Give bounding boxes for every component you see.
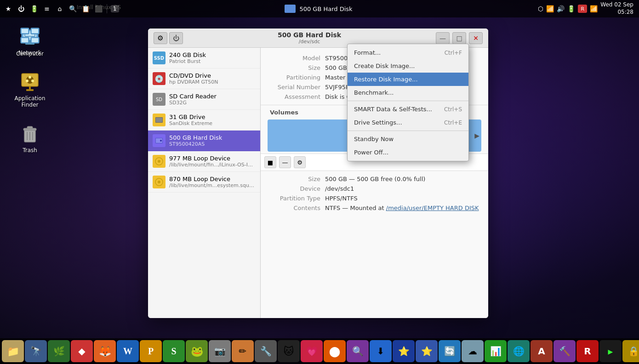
signal-icon[interactable]: 📶 <box>590 5 598 12</box>
size-label: Size <box>270 64 325 71</box>
window-subtitle: /dev/sdc <box>299 39 320 45</box>
close-button[interactable]: ✕ <box>469 32 483 44</box>
taskbar-search[interactable]: 🔍 <box>347 340 369 362</box>
drive31-icon <box>153 114 165 126</box>
taskbar-cat[interactable]: 🐱 <box>278 340 300 362</box>
menu-smart[interactable]: SMART Data & Self-Tests... Ctrl+S <box>348 102 468 116</box>
taskbar-cloud[interactable]: ☁ <box>462 340 484 362</box>
bluetooth-icon[interactable]: ⬡ <box>538 5 543 12</box>
taskbar-wps-s[interactable]: S <box>163 340 185 362</box>
menu-format[interactable]: Format... Ctrl+F <box>348 46 468 59</box>
home-icon[interactable]: ⌂ <box>55 4 64 13</box>
taskbar-star2[interactable]: ⭐ <box>416 340 438 362</box>
appfinder-icon <box>18 70 42 94</box>
sd-icon: SD <box>153 93 165 106</box>
menu-icon[interactable]: ≡ <box>42 4 51 13</box>
settings-button[interactable]: ⚙ <box>294 156 306 168</box>
redapp-icon[interactable]: R <box>578 5 587 13</box>
menu-drive-settings[interactable]: Drive Settings... Ctrl+E <box>348 116 468 129</box>
cddvd-name: CD/DVD Drive <box>169 72 256 79</box>
sidebar-item-loop870[interactable]: 870 MB Loop Device /lib/live/mount/m...e… <box>148 172 260 193</box>
taskbar-green[interactable]: 🌿 <box>48 340 70 362</box>
assessment-label: Assessment <box>270 93 325 100</box>
taskbar-files[interactable]: 📁 <box>2 340 24 362</box>
battery-status-icon[interactable]: 🔋 <box>567 5 575 12</box>
network-icon <box>18 24 42 48</box>
taskbar-refresh[interactable]: 🔄 <box>439 340 461 362</box>
sidebar-item-cddvd[interactable]: 💿 CD/DVD Drive hp DVDRAM GT50N <box>148 68 260 89</box>
power-icon[interactable]: ⏻ <box>17 4 26 13</box>
window-title: 500 GB Hard Disk <box>278 31 341 39</box>
power-button[interactable]: ⏻ <box>169 32 183 44</box>
taskbar-health[interactable]: 💗 <box>301 340 323 362</box>
volume-icon[interactable]: 🔊 <box>557 5 565 12</box>
sidebar-item-loop977[interactable]: 977 MB Loop Device /lib/live/mount/fin..… <box>148 151 260 172</box>
contents-value: NTFS — Mounted at /media/user/EMPTY HARD… <box>325 205 479 211</box>
menu-benchmark-label: Benchmark... <box>354 89 394 96</box>
taskbar-firefox[interactable]: 🦊 <box>94 340 116 362</box>
topbar-window-title: 500 GB Hard Disk <box>299 6 352 12</box>
desktop-icon-trash[interactable]: Trash <box>9 122 51 154</box>
minimize-button[interactable]: — <box>436 32 450 44</box>
svg-point-35 <box>160 140 162 142</box>
topbar: ★ ⏻ 🔋 ≡ ⌂ 🔍 📋 ⬛ 1 500 GB Hard Disk ⬡ 📶 🔊… <box>0 0 639 17</box>
gear-button[interactable]: ⚙ <box>154 32 167 44</box>
partition-details: Size 500 GB — 500 GB free (0.0% full) De… <box>261 171 488 216</box>
trash-icon <box>18 122 42 146</box>
datetime-display: Wed 02 Sep 05:28 <box>600 1 633 16</box>
stop-button[interactable]: ■ <box>264 156 276 168</box>
taskbar-chart[interactable]: 📊 <box>485 340 507 362</box>
loop977-name: 977 MB Loop Device <box>169 155 256 162</box>
dvd-icon: 💿 <box>153 72 165 85</box>
taskbar-orange[interactable]: ⬤ <box>324 340 346 362</box>
dash-button[interactable]: — <box>279 156 291 168</box>
taskbar-frog[interactable]: 🐸 <box>186 340 208 362</box>
menu-drive-settings-shortcut: Ctrl+E <box>444 119 462 126</box>
sidebar-item-31gb[interactable]: 31 GB Drive SanDisk Extreme <box>148 110 260 131</box>
taskbar-red2[interactable]: R <box>576 340 599 362</box>
trash-label: Trash <box>23 147 37 154</box>
menu-create-image[interactable]: Create Disk Image... <box>348 59 468 73</box>
menu-benchmark[interactable]: Benchmark... <box>348 86 468 99</box>
sidebar-item-500gb[interactable]: 500 GB Hard Disk ST9500420AS <box>148 131 260 151</box>
taskbar-download[interactable]: ⬇ <box>370 340 392 362</box>
contents-prefix: NTFS — Mounted at <box>325 205 386 211</box>
sidebar-item-sdcard[interactable]: SD SD Card Reader SD32G <box>148 89 260 110</box>
menu-power-off[interactable]: Power Off... <box>348 146 468 159</box>
workspace-number[interactable]: 1 <box>111 5 119 12</box>
network-icon[interactable]: 📶 <box>546 5 554 12</box>
desktop-icon-network[interactable]: Network <box>9 24 51 56</box>
desktop-icon-appfinder[interactable]: Application Finder <box>9 70 51 108</box>
contents-label: Contents <box>270 205 325 211</box>
drive31-name: 31 GB Drive <box>169 114 256 120</box>
sidebar-item-240gb[interactable]: SSD 240 GB Disk Patriot Burst <box>148 48 260 68</box>
menu-restore-image[interactable]: Restore Disk Image... <box>348 73 468 86</box>
taskbar-pencil[interactable]: ✏️ <box>232 340 254 362</box>
maximize-button[interactable]: □ <box>452 32 466 44</box>
search-icon[interactable]: 🔍 <box>68 4 77 13</box>
window-title-section: 500 GB Hard Disk /dev/sdc <box>183 31 436 45</box>
taskbar-star1[interactable]: ⭐ <box>393 340 415 362</box>
clipboard-icon[interactable]: 📋 <box>81 4 90 13</box>
taskbar-red-app[interactable]: A <box>531 340 553 362</box>
contents-link[interactable]: /media/user/EMPTY HARD DISK <box>386 205 479 211</box>
part-size-value: 500 GB — 500 GB free (0.0% full) <box>325 176 479 182</box>
taskbar-wps-p[interactable]: P <box>140 340 162 362</box>
loop870-name: 870 MB Loop Device <box>169 176 256 182</box>
taskbar-lock[interactable]: 🔒 <box>622 340 639 362</box>
menu-standby[interactable]: Standby Now <box>348 132 468 146</box>
taskbar-teal[interactable]: 🌐 <box>508 340 530 362</box>
taskbar-wps-w[interactable]: W <box>117 340 139 362</box>
taskbar-fix[interactable]: 🔨 <box>553 340 576 362</box>
model-label: Model <box>270 55 325 62</box>
taskbar-terminal[interactable]: ▶ <box>599 340 622 362</box>
battery-icon[interactable]: 🔋 <box>29 4 39 13</box>
cddvd-sub: hp DVDRAM GT50N <box>169 79 256 85</box>
star-icon[interactable]: ★ <box>4 4 13 13</box>
menu-sep-1 <box>348 101 468 101</box>
taskbar-git[interactable]: ◆ <box>71 340 93 362</box>
taskbar-scanner[interactable]: 📷 <box>209 340 231 362</box>
screen-icon[interactable]: ⬛ <box>94 4 103 13</box>
taskbar-binoculars[interactable]: 🔭 <box>25 340 47 362</box>
taskbar-tools[interactable]: 🔧 <box>255 340 277 362</box>
